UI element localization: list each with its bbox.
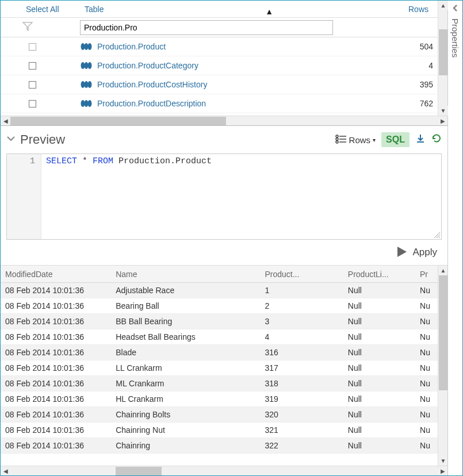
result-row[interactable]: 08 Feb 2014 10:01:36Blade316NullNu bbox=[1, 345, 438, 360]
table-icon bbox=[80, 80, 97, 89]
apply-button[interactable] bbox=[395, 245, 408, 260]
table-rowcount: 504 bbox=[395, 42, 433, 51]
row-checkbox[interactable] bbox=[26, 99, 39, 108]
scroll-thumb[interactable] bbox=[116, 467, 162, 475]
scroll-down-icon[interactable]: ▼ bbox=[438, 456, 448, 466]
svg-point-8 bbox=[88, 81, 92, 88]
result-row[interactable]: 08 Feb 2014 10:01:36Chainring322NullNu bbox=[1, 438, 438, 454]
result-cell: Headset Ball Bearings bbox=[111, 332, 260, 341]
results-hscrollbar[interactable]: ◀ ▶ bbox=[1, 466, 447, 475]
result-row[interactable]: 08 Feb 2014 10:01:36HL Crankarm319NullNu bbox=[1, 391, 438, 407]
scroll-right-icon[interactable]: ▶ bbox=[438, 466, 447, 476]
result-cell: HL Crankarm bbox=[111, 394, 260, 404]
result-cell: 08 Feb 2014 10:01:36 bbox=[1, 379, 111, 388]
result-row[interactable]: 08 Feb 2014 10:01:36Chainring Nut321Null… bbox=[1, 423, 438, 438]
result-cell: 1 bbox=[260, 286, 343, 295]
scroll-thumb[interactable] bbox=[10, 117, 226, 125]
scroll-left-icon[interactable]: ◀ bbox=[1, 116, 10, 126]
svg-point-2 bbox=[88, 43, 92, 50]
result-row[interactable]: 08 Feb 2014 10:01:36LL Crankarm317NullNu bbox=[1, 360, 438, 376]
result-cell: 321 bbox=[260, 425, 343, 435]
scroll-down-icon[interactable]: ▼ bbox=[438, 106, 448, 116]
tables-panel: Select All Table ▲ Rows bbox=[1, 1, 447, 126]
result-row[interactable]: 08 Feb 2014 10:01:36Chainring Bolts320Nu… bbox=[1, 407, 438, 423]
result-cell: 08 Feb 2014 10:01:36 bbox=[1, 332, 111, 341]
table-name[interactable]: Production.ProductCostHistory bbox=[97, 80, 395, 89]
refresh-icon[interactable] bbox=[431, 133, 442, 147]
row-checkbox[interactable] bbox=[26, 62, 39, 70]
properties-label[interactable]: Properties bbox=[450, 18, 460, 57]
scroll-up-icon[interactable]: ▲ bbox=[438, 1, 448, 10]
column-header[interactable]: Product... bbox=[260, 270, 343, 279]
result-cell: 08 Feb 2014 10:01:36 bbox=[1, 317, 111, 326]
tables-vscrollbar[interactable]: ▲ ▼ bbox=[438, 1, 447, 116]
result-cell: 08 Feb 2014 10:01:36 bbox=[1, 286, 111, 295]
result-row[interactable]: 08 Feb 2014 10:01:36Bearing Ball2NullNu bbox=[1, 298, 438, 314]
properties-sidebar[interactable]: Properties bbox=[447, 1, 462, 475]
column-header[interactable]: Pr bbox=[415, 270, 438, 279]
rows-icon bbox=[335, 135, 347, 145]
table-row[interactable]: Production.Product 504 bbox=[1, 37, 438, 56]
col-select-all[interactable]: Select All bbox=[5, 5, 80, 14]
result-cell: 08 Feb 2014 10:01:36 bbox=[1, 394, 111, 404]
column-header[interactable]: ModifiedDate bbox=[1, 270, 111, 279]
result-cell: 316 bbox=[260, 348, 343, 357]
table-row[interactable]: Production.ProductCategory 4 bbox=[1, 56, 438, 75]
svg-point-6 bbox=[81, 81, 85, 88]
result-cell: Nu bbox=[415, 286, 438, 295]
rows-dropdown[interactable]: Rows ▾ bbox=[335, 135, 376, 145]
svg-point-0 bbox=[81, 43, 85, 50]
table-name[interactable]: Production.ProductDescription bbox=[97, 99, 395, 108]
result-row[interactable]: 08 Feb 2014 10:01:36ML Crankarm318NullNu bbox=[1, 376, 438, 391]
result-cell: Null bbox=[343, 363, 415, 373]
result-cell: Blade bbox=[111, 348, 260, 357]
apply-label[interactable]: Apply bbox=[412, 247, 437, 258]
results-vscrollbar[interactable]: ▲ ▼ bbox=[438, 266, 447, 466]
results-header: ModifiedDateNameProduct...ProductLi...Pr bbox=[1, 266, 438, 283]
svg-point-12 bbox=[336, 135, 338, 137]
table-row[interactable]: Production.ProductCostHistory 395 bbox=[1, 75, 438, 94]
column-header[interactable]: Name bbox=[111, 270, 260, 279]
download-icon[interactable] bbox=[415, 133, 426, 147]
result-cell: 322 bbox=[260, 441, 343, 450]
result-cell: Null bbox=[343, 425, 415, 435]
sort-asc-icon: ▲ bbox=[265, 7, 273, 16]
sql-button[interactable]: SQL bbox=[381, 132, 410, 147]
result-cell: BB Ball Bearing bbox=[111, 317, 260, 326]
result-cell: Nu bbox=[415, 425, 438, 435]
svg-point-16 bbox=[336, 141, 338, 143]
tables-header: Select All Table ▲ Rows bbox=[1, 1, 438, 18]
svg-line-20 bbox=[439, 237, 440, 238]
filter-icon[interactable] bbox=[5, 22, 80, 33]
scroll-left-icon[interactable]: ◀ bbox=[1, 466, 10, 476]
result-cell: Chainring bbox=[111, 441, 260, 450]
collapse-icon[interactable] bbox=[6, 134, 16, 145]
result-row[interactable]: 08 Feb 2014 10:01:36Headset Ball Bearing… bbox=[1, 329, 438, 345]
sql-editor[interactable]: 1 SELECT * FROM Production.Product bbox=[6, 153, 442, 240]
editor-code[interactable]: SELECT * FROM Production.Product bbox=[41, 154, 441, 239]
result-cell: 08 Feb 2014 10:01:36 bbox=[1, 348, 111, 357]
tables-hscrollbar[interactable]: ◀ ▶ bbox=[1, 116, 447, 125]
scroll-right-icon[interactable]: ▶ bbox=[438, 116, 447, 126]
svg-point-10 bbox=[85, 100, 89, 107]
col-table[interactable]: Table ▲ bbox=[80, 5, 381, 14]
col-rows[interactable]: Rows bbox=[381, 5, 433, 14]
svg-point-9 bbox=[81, 100, 85, 107]
row-checkbox[interactable] bbox=[26, 43, 39, 51]
result-cell: Nu bbox=[415, 363, 438, 373]
chevron-left-icon[interactable] bbox=[451, 4, 460, 14]
table-name[interactable]: Production.ProductCategory bbox=[97, 61, 395, 70]
scroll-thumb[interactable] bbox=[439, 275, 447, 390]
column-header[interactable]: ProductLi... bbox=[343, 270, 415, 279]
result-row[interactable]: 08 Feb 2014 10:01:36BB Ball Bearing3Null… bbox=[1, 314, 438, 329]
scroll-up-icon[interactable]: ▲ bbox=[438, 266, 448, 275]
table-row[interactable]: Production.ProductDescription 762 bbox=[1, 94, 438, 113]
scroll-thumb[interactable] bbox=[439, 29, 447, 75]
table-name[interactable]: Production.Product bbox=[97, 42, 395, 51]
result-cell: Nu bbox=[415, 379, 438, 388]
result-row[interactable]: 08 Feb 2014 10:01:36Adjustable Race1Null… bbox=[1, 283, 438, 298]
row-checkbox[interactable] bbox=[26, 80, 39, 89]
resize-handle-icon[interactable] bbox=[433, 231, 440, 238]
filter-input[interactable] bbox=[80, 20, 333, 35]
table-rowcount: 762 bbox=[395, 99, 433, 108]
